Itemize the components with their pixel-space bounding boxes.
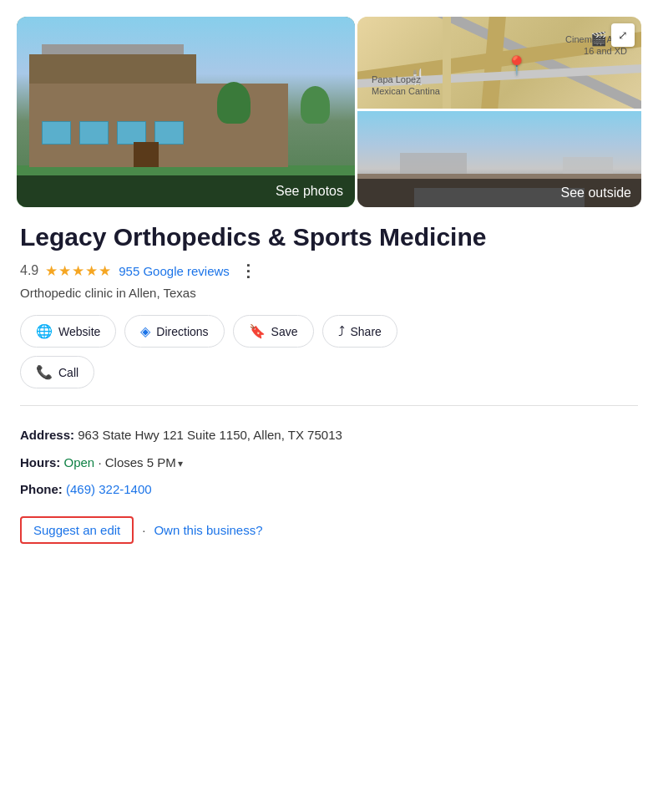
open-status: Open: [64, 455, 95, 469]
hours-label: Hours:: [20, 455, 60, 469]
star-icons: ★★★★★: [45, 262, 112, 280]
rating-row: 4.9 ★★★★★ 955 Google reviews ⋮: [20, 261, 638, 281]
globe-icon: 🌐: [36, 323, 53, 339]
actions-row-1: 🌐 Website ◈ Directions 🔖 Save ⤴ Share: [20, 315, 638, 348]
directions-button[interactable]: ◈ Directions: [124, 315, 224, 348]
hours-closes-text: · Closes 5 PM: [94, 455, 176, 469]
save-label: Save: [271, 325, 298, 338]
suggest-edit-button[interactable]: Suggest an edit: [20, 516, 134, 544]
save-button[interactable]: 🔖 Save: [233, 315, 314, 348]
more-options-icon[interactable]: ⋮: [240, 261, 256, 281]
address-value: 963 State Hwy 121 Suite 1150, Allen, TX …: [78, 428, 342, 442]
bookmark-icon: 🔖: [249, 323, 266, 339]
call-button[interactable]: 📞 Call: [20, 356, 94, 388]
directions-label: Directions: [156, 325, 208, 338]
section-divider: [20, 405, 638, 406]
address-label: Address:: [20, 428, 74, 442]
address-row: Address: 963 State Hwy 121 Suite 1150, A…: [20, 426, 638, 445]
edit-section: Suggest an edit · Own this business?: [0, 508, 658, 561]
info-section: Legacy Orthopedics & Sports Medicine 4.9…: [0, 207, 658, 388]
share-label: Share: [351, 325, 382, 338]
dot-separator: ·: [142, 523, 145, 537]
map-label-papa-lopez: Papa Lopez Mexican Cantina: [372, 74, 440, 98]
actions-row-2: 📞 Call: [20, 356, 638, 388]
reviews-link[interactable]: 955 Google reviews: [119, 264, 230, 278]
business-category: Orthopedic clinic in Allen, Texas: [20, 286, 638, 300]
photo-section: See photos 🍴 📍 🎬 Papa Lopez Mexican Cant…: [0, 0, 658, 207]
photo-right-column: 🍴 📍 🎬 Papa Lopez Mexican Cantina Cinemar…: [357, 17, 641, 207]
website-label: Website: [58, 325, 100, 338]
call-label: Call: [58, 366, 78, 379]
phone-link[interactable]: (469) 322-1400: [66, 482, 152, 496]
street-view-photo[interactable]: See outside: [357, 111, 641, 207]
rating-number: 4.9: [20, 263, 38, 278]
business-name: Legacy Orthopedics & Sports Medicine: [20, 222, 638, 252]
location-pin: 📍: [505, 55, 528, 77]
directions-icon: ◈: [140, 323, 150, 339]
hours-caret-icon[interactable]: ▾: [178, 456, 183, 471]
share-icon: ⤴: [338, 324, 345, 339]
phone-row: Phone: (469) 322-1400: [20, 480, 638, 500]
own-business-link[interactable]: Own this business?: [154, 523, 262, 537]
details-section: Address: 963 State Hwy 121 Suite 1150, A…: [0, 414, 658, 500]
share-button[interactable]: ⤴ Share: [322, 315, 397, 348]
see-outside-label[interactable]: See outside: [357, 179, 641, 207]
hours-row: Hours: Open · Closes 5 PM▾: [20, 454, 638, 473]
website-button[interactable]: 🌐 Website: [20, 315, 116, 348]
see-photos-label[interactable]: See photos: [17, 175, 355, 207]
expand-map-button[interactable]: ⤢: [611, 23, 635, 47]
map-thumbnail[interactable]: 🍴 📍 🎬 Papa Lopez Mexican Cantina Cinemar…: [357, 17, 641, 109]
phone-icon: 📞: [36, 364, 53, 380]
phone-label: Phone:: [20, 482, 63, 496]
building-photo[interactable]: See photos: [17, 17, 355, 207]
